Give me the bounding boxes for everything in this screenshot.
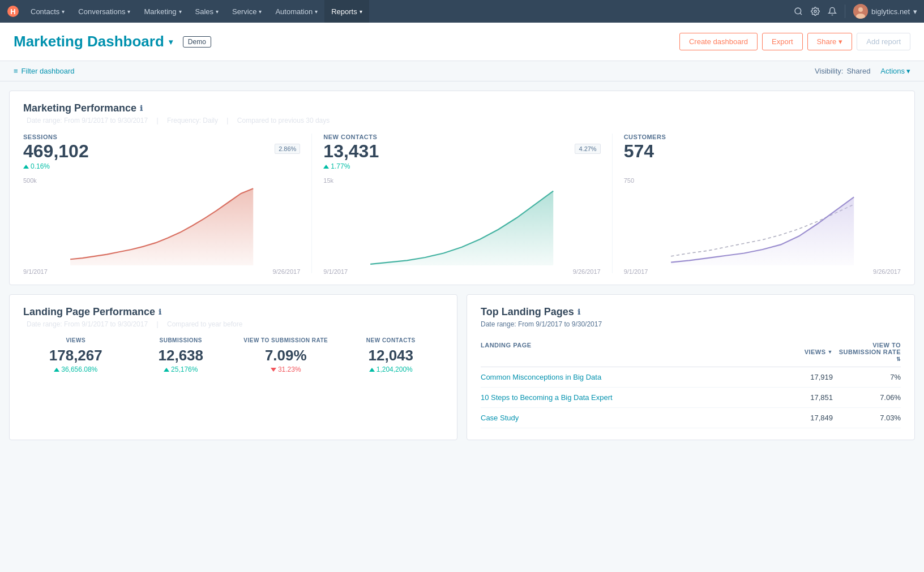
sessions-x-start: 9/1/2017 [23,268,48,275]
create-dashboard-button[interactable]: Create dashboard [679,33,758,50]
user-avatar [853,4,868,19]
svg-text:H: H [10,7,15,16]
table-row: Case Study 17,849 7.03% [481,408,901,428]
row-3-rate: 7.03% [833,414,901,422]
lp-rate-label: VIEW TO SUBMISSION RATE [233,337,339,343]
user-name: biglytics.net [871,7,910,16]
sort-icon-views[interactable]: ▼ [828,349,833,355]
share-button[interactable]: Share ▾ [807,33,853,50]
tlp-table-header: LANDING PAGE VIEWS ▼ VIEW TO SUBMISSION … [481,337,901,367]
info-icon-marketing[interactable]: ℹ [140,104,143,113]
sessions-badge: 2.86% [275,144,300,154]
lp-rate: VIEW TO SUBMISSION RATE 7.09% 31.23% [233,337,339,373]
row-1-views: 17,919 [776,373,833,381]
sessions-value: 469,102 [23,141,89,161]
new-contacts-badge: 4.27% [575,144,600,154]
nav-contacts[interactable]: Contacts ▾ [24,0,71,23]
lp-new-contacts-change: 1,204,200% [339,365,444,373]
notifications-button[interactable] [828,7,837,16]
nav-divider [845,5,845,18]
info-icon-lp[interactable]: ℹ [159,308,161,316]
filter-bar: ≡ Filter dashboard Visibility: Shared Ac… [0,61,924,81]
sessions-change-icon [23,165,29,169]
table-row: 10 Steps to Becoming a Big Data Expert 1… [481,388,901,408]
new-contacts-y-label: 15k [323,177,333,184]
new-contacts-change: 1.77% [323,162,600,170]
search-button[interactable] [794,7,803,16]
lp-rate-value: 7.09% [233,347,339,364]
row-3-name[interactable]: Case Study [481,414,776,422]
tlp-subtitle: Date range: From 9/1/2017 to 9/30/2017 [481,320,901,328]
row-3-views: 17,849 [776,414,833,422]
th-landing-page: LANDING PAGE [481,342,776,362]
landing-page-performance-card: Landing Page Performance ℹ Date range: F… [9,294,457,440]
nav-reports[interactable]: Reports ▾ [324,0,369,23]
row-2-views: 17,851 [776,393,833,402]
settings-button[interactable] [811,7,820,16]
card-subtitle-marketing: Date range: From 9/1/2017 to 9/30/2017 |… [23,117,901,124]
filter-dashboard-button[interactable]: ≡ Filter dashboard [14,67,75,75]
lp-new-contacts: NEW CONTACTS 12,043 1,204,200% [339,337,444,373]
sort-icon-rate[interactable]: ⇅ [896,356,901,362]
lp-rate-change: 31.23% [233,365,339,373]
sessions-chart [23,186,300,265]
row-2-name[interactable]: 10 Steps to Becoming a Big Data Expert [481,393,776,402]
lp-new-contacts-value: 12,043 [339,347,444,364]
card-title-marketing: Marketing Performance ℹ [23,102,901,114]
nav-right: biglytics.net ▾ [794,4,917,19]
customers-x-end: 9/26/2017 [873,268,901,275]
new-contacts-value: 13,431 [323,141,379,161]
lp-submissions-value: 12,638 [129,347,234,364]
nav-items: Contacts ▾ Conversations ▾ Marketing ▾ S… [24,0,794,23]
actions-caret-icon: ▾ [906,67,910,75]
hubspot-logo[interactable]: H [7,5,19,18]
marketing-performance-card: Marketing Performance ℹ Date range: From… [9,91,915,285]
export-button[interactable]: Export [762,33,803,50]
share-caret-icon: ▾ [839,37,842,46]
nav-sales[interactable]: Sales ▾ [189,0,226,23]
title-dropdown-icon[interactable]: ▾ [169,37,173,46]
actions-button[interactable]: Actions ▾ [880,67,910,75]
top-navigation: H Contacts ▾ Conversations ▾ Marketing ▾… [0,0,924,23]
bottom-row: Landing Page Performance ℹ Date range: F… [9,294,915,440]
filter-icon: ≡ [14,67,18,75]
nav-service[interactable]: Service ▾ [225,0,268,23]
lp-views-up-icon [54,368,59,372]
customers-y-label: 750 [624,177,634,184]
header-actions: Create dashboard Export Share ▾ Add repo… [679,33,910,50]
th-views: VIEWS ▼ [776,342,833,362]
nav-marketing[interactable]: Marketing ▾ [137,0,188,23]
new-contacts-block: NEW CONTACTS 13,431 4.27% 1.77% 15k [311,134,611,273]
marketing-metrics-charts: SESSIONS 469,102 2.86% 0.16% 500k [23,134,901,273]
add-report-button: Add report [857,33,910,50]
visibility-section: Visibility: Shared Actions ▾ [815,67,910,75]
row-1-name[interactable]: Common Misconceptions in Big Data [481,373,776,381]
nav-conversations[interactable]: Conversations ▾ [71,0,137,23]
lp-submissions-change: 25,176% [129,365,234,373]
lp-title: Landing Page Performance ℹ [23,306,443,318]
svg-point-4 [814,10,816,12]
svg-marker-9 [370,191,553,265]
lp-subtitle: Date range: From 9/1/2017 to 9/30/2017 |… [23,320,443,328]
svg-marker-10 [671,197,854,266]
new-contacts-label: NEW CONTACTS [323,134,600,140]
sessions-x-end: 9/26/2017 [272,268,300,275]
info-icon-tlp[interactable]: ℹ [578,308,580,316]
user-menu[interactable]: biglytics.net ▾ [853,4,917,19]
lp-new-contacts-up-icon [369,368,375,372]
lp-metrics: VIEWS 178,267 36,656.08% SUBMISSIONS 12,… [23,337,443,373]
lp-views-label: VIEWS [23,337,129,343]
svg-point-2 [795,8,801,14]
nav-automation[interactable]: Automation ▾ [268,0,324,23]
sessions-label: SESSIONS [23,134,300,140]
new-contacts-change-icon [323,165,329,169]
lp-submissions: SUBMISSIONS 12,638 25,176% [129,337,234,373]
sessions-y-label: 500k [23,177,37,184]
table-row: Common Misconceptions in Big Data 17,919… [481,367,901,388]
th-rate: VIEW TO SUBMISSION RATE ⇅ [833,342,901,362]
customers-label: CUSTOMERS [624,134,901,140]
demo-badge: Demo [183,36,211,48]
lp-submissions-up-icon [164,368,169,372]
tlp-title: Top Landing Pages ℹ [481,306,901,318]
new-contacts-x-end: 9/26/2017 [573,268,601,275]
